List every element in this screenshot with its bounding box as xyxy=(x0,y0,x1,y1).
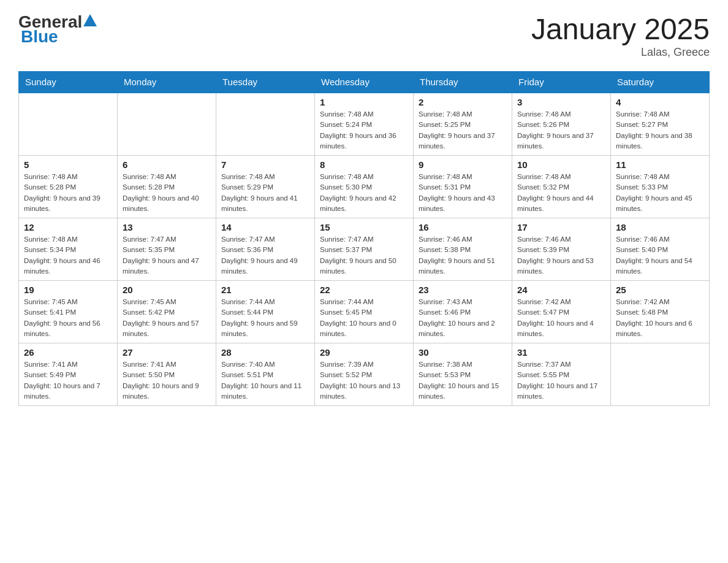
calendar-cell: 17Sunrise: 7:46 AM Sunset: 5:39 PM Dayli… xyxy=(512,218,611,281)
calendar-cell xyxy=(118,93,216,156)
day-number: 13 xyxy=(123,222,211,232)
calendar-cell: 4Sunrise: 7:48 AM Sunset: 5:27 PM Daylig… xyxy=(611,93,710,156)
day-info: Sunrise: 7:48 AM Sunset: 5:28 PM Dayligh… xyxy=(24,172,112,214)
day-number: 1 xyxy=(320,97,408,107)
calendar-cell: 14Sunrise: 7:47 AM Sunset: 5:36 PM Dayli… xyxy=(216,218,315,281)
calendar-cell: 28Sunrise: 7:40 AM Sunset: 5:51 PM Dayli… xyxy=(216,343,315,406)
day-info: Sunrise: 7:42 AM Sunset: 5:47 PM Dayligh… xyxy=(517,297,605,339)
svg-marker-0 xyxy=(83,14,97,26)
day-number: 18 xyxy=(616,222,704,232)
calendar-cell: 7Sunrise: 7:48 AM Sunset: 5:29 PM Daylig… xyxy=(216,156,315,218)
calendar-week-5: 26Sunrise: 7:41 AM Sunset: 5:49 PM Dayli… xyxy=(19,343,710,406)
calendar-cell xyxy=(19,93,118,156)
calendar-cell: 22Sunrise: 7:44 AM Sunset: 5:45 PM Dayli… xyxy=(315,281,414,343)
weekday-header-friday: Friday xyxy=(512,72,611,93)
day-info: Sunrise: 7:48 AM Sunset: 5:28 PM Dayligh… xyxy=(123,172,211,214)
calendar-table: SundayMondayTuesdayWednesdayThursdayFrid… xyxy=(18,71,710,406)
day-info: Sunrise: 7:48 AM Sunset: 5:25 PM Dayligh… xyxy=(419,109,507,151)
calendar-cell: 30Sunrise: 7:38 AM Sunset: 5:53 PM Dayli… xyxy=(414,343,512,406)
weekday-header-sunday: Sunday xyxy=(19,72,118,93)
month-title: January 2025 xyxy=(531,12,710,46)
calendar-cell: 13Sunrise: 7:47 AM Sunset: 5:35 PM Dayli… xyxy=(118,218,216,281)
calendar-cell: 12Sunrise: 7:48 AM Sunset: 5:34 PM Dayli… xyxy=(19,218,118,281)
calendar-week-1: 1Sunrise: 7:48 AM Sunset: 5:24 PM Daylig… xyxy=(19,93,710,156)
day-number: 16 xyxy=(419,222,507,232)
title-area: January 2025 Lalas, Greece xyxy=(531,12,710,59)
calendar-cell: 20Sunrise: 7:45 AM Sunset: 5:42 PM Dayli… xyxy=(118,281,216,343)
day-number: 9 xyxy=(419,159,507,170)
day-info: Sunrise: 7:48 AM Sunset: 5:30 PM Dayligh… xyxy=(320,172,408,214)
day-info: Sunrise: 7:48 AM Sunset: 5:32 PM Dayligh… xyxy=(517,172,605,214)
day-number: 6 xyxy=(123,159,211,170)
day-info: Sunrise: 7:45 AM Sunset: 5:41 PM Dayligh… xyxy=(24,297,112,339)
day-info: Sunrise: 7:47 AM Sunset: 5:36 PM Dayligh… xyxy=(221,234,309,277)
calendar-cell: 29Sunrise: 7:39 AM Sunset: 5:52 PM Dayli… xyxy=(315,343,414,406)
day-info: Sunrise: 7:41 AM Sunset: 5:50 PM Dayligh… xyxy=(123,359,211,402)
day-info: Sunrise: 7:40 AM Sunset: 5:51 PM Dayligh… xyxy=(221,359,309,402)
day-number: 2 xyxy=(419,97,507,107)
day-info: Sunrise: 7:48 AM Sunset: 5:33 PM Dayligh… xyxy=(616,172,704,214)
calendar-cell: 19Sunrise: 7:45 AM Sunset: 5:41 PM Dayli… xyxy=(19,281,118,343)
day-info: Sunrise: 7:48 AM Sunset: 5:24 PM Dayligh… xyxy=(320,109,408,151)
calendar-cell: 31Sunrise: 7:37 AM Sunset: 5:55 PM Dayli… xyxy=(512,343,611,406)
day-number: 15 xyxy=(320,222,408,232)
day-info: Sunrise: 7:44 AM Sunset: 5:44 PM Dayligh… xyxy=(221,297,309,339)
day-info: Sunrise: 7:47 AM Sunset: 5:37 PM Dayligh… xyxy=(320,234,408,277)
calendar-week-4: 19Sunrise: 7:45 AM Sunset: 5:41 PM Dayli… xyxy=(19,281,710,343)
calendar-cell: 1Sunrise: 7:48 AM Sunset: 5:24 PM Daylig… xyxy=(315,93,414,156)
day-info: Sunrise: 7:48 AM Sunset: 5:26 PM Dayligh… xyxy=(517,109,605,151)
calendar-cell: 3Sunrise: 7:48 AM Sunset: 5:26 PM Daylig… xyxy=(512,93,611,156)
day-number: 27 xyxy=(123,347,211,358)
calendar-cell: 23Sunrise: 7:43 AM Sunset: 5:46 PM Dayli… xyxy=(414,281,512,343)
day-number: 11 xyxy=(616,159,704,170)
weekday-header-wednesday: Wednesday xyxy=(315,72,414,93)
day-number: 20 xyxy=(123,285,211,295)
day-info: Sunrise: 7:42 AM Sunset: 5:48 PM Dayligh… xyxy=(616,297,704,339)
calendar-week-2: 5Sunrise: 7:48 AM Sunset: 5:28 PM Daylig… xyxy=(19,156,710,218)
calendar-cell: 16Sunrise: 7:46 AM Sunset: 5:38 PM Dayli… xyxy=(414,218,512,281)
day-number: 10 xyxy=(517,159,605,170)
calendar-cell: 24Sunrise: 7:42 AM Sunset: 5:47 PM Dayli… xyxy=(512,281,611,343)
calendar-header-row: SundayMondayTuesdayWednesdayThursdayFrid… xyxy=(19,72,710,93)
day-number: 26 xyxy=(24,347,112,358)
day-number: 23 xyxy=(419,285,507,295)
day-number: 30 xyxy=(419,347,507,358)
calendar-week-3: 12Sunrise: 7:48 AM Sunset: 5:34 PM Dayli… xyxy=(19,218,710,281)
day-number: 31 xyxy=(517,347,605,358)
day-number: 5 xyxy=(24,159,112,170)
calendar-cell: 25Sunrise: 7:42 AM Sunset: 5:48 PM Dayli… xyxy=(611,281,710,343)
day-info: Sunrise: 7:47 AM Sunset: 5:35 PM Dayligh… xyxy=(123,234,211,277)
day-info: Sunrise: 7:48 AM Sunset: 5:27 PM Dayligh… xyxy=(616,109,704,151)
calendar-cell xyxy=(216,93,315,156)
weekday-header-thursday: Thursday xyxy=(414,72,512,93)
day-info: Sunrise: 7:48 AM Sunset: 5:34 PM Dayligh… xyxy=(24,234,112,277)
day-info: Sunrise: 7:46 AM Sunset: 5:39 PM Dayligh… xyxy=(517,234,605,277)
calendar-cell: 11Sunrise: 7:48 AM Sunset: 5:33 PM Dayli… xyxy=(611,156,710,218)
day-info: Sunrise: 7:48 AM Sunset: 5:31 PM Dayligh… xyxy=(419,172,507,214)
day-info: Sunrise: 7:39 AM Sunset: 5:52 PM Dayligh… xyxy=(320,359,408,402)
calendar-cell xyxy=(611,343,710,406)
calendar-cell: 8Sunrise: 7:48 AM Sunset: 5:30 PM Daylig… xyxy=(315,156,414,218)
calendar-cell: 2Sunrise: 7:48 AM Sunset: 5:25 PM Daylig… xyxy=(414,93,512,156)
day-info: Sunrise: 7:41 AM Sunset: 5:49 PM Dayligh… xyxy=(24,359,112,402)
logo: General Blue xyxy=(18,12,97,47)
day-number: 4 xyxy=(616,97,704,107)
calendar-cell: 27Sunrise: 7:41 AM Sunset: 5:50 PM Dayli… xyxy=(118,343,216,406)
day-number: 21 xyxy=(221,285,309,295)
day-number: 7 xyxy=(221,159,309,170)
weekday-header-tuesday: Tuesday xyxy=(216,72,315,93)
day-info: Sunrise: 7:37 AM Sunset: 5:55 PM Dayligh… xyxy=(517,359,605,402)
day-number: 19 xyxy=(24,285,112,295)
calendar-cell: 15Sunrise: 7:47 AM Sunset: 5:37 PM Dayli… xyxy=(315,218,414,281)
calendar-cell: 5Sunrise: 7:48 AM Sunset: 5:28 PM Daylig… xyxy=(19,156,118,218)
calendar-cell: 26Sunrise: 7:41 AM Sunset: 5:49 PM Dayli… xyxy=(19,343,118,406)
day-number: 17 xyxy=(517,222,605,232)
day-number: 25 xyxy=(616,285,704,295)
day-number: 29 xyxy=(320,347,408,358)
weekday-header-saturday: Saturday xyxy=(611,72,710,93)
location-label: Lalas, Greece xyxy=(531,46,710,59)
calendar-cell: 10Sunrise: 7:48 AM Sunset: 5:32 PM Dayli… xyxy=(512,156,611,218)
day-info: Sunrise: 7:48 AM Sunset: 5:29 PM Dayligh… xyxy=(221,172,309,214)
day-number: 3 xyxy=(517,97,605,107)
day-info: Sunrise: 7:44 AM Sunset: 5:45 PM Dayligh… xyxy=(320,297,408,339)
